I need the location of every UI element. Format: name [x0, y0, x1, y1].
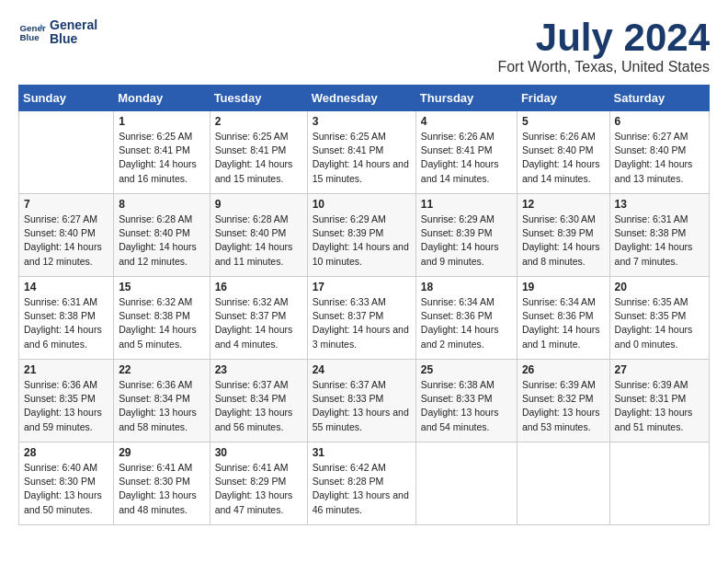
- cell-line: Daylight: 13 hours and 59 minutes.: [24, 407, 102, 431]
- cell-line: Sunrise: 6:28 AM: [119, 213, 192, 224]
- cell-line: Sunrise: 6:26 AM: [522, 131, 596, 142]
- cell-line: Sunset: 8:36 PM: [522, 310, 594, 321]
- day-header-tuesday: Tuesday: [210, 86, 307, 111]
- day-header-wednesday: Wednesday: [307, 86, 415, 111]
- cell-content: Sunrise: 6:25 AMSunset: 8:41 PMDaylight:…: [313, 130, 411, 186]
- cell-line: Sunset: 8:40 PM: [215, 227, 287, 238]
- cell-line: Sunrise: 6:29 AM: [421, 213, 495, 224]
- cell-line: Daylight: 13 hours and 53 minutes.: [522, 407, 600, 431]
- day-number: 5: [522, 115, 605, 128]
- cell-content: Sunrise: 6:36 AMSunset: 8:35 PMDaylight:…: [24, 378, 108, 434]
- cell-content: Sunrise: 6:36 AMSunset: 8:34 PMDaylight:…: [119, 378, 204, 434]
- cell-line: Sunset: 8:41 PM: [119, 144, 190, 155]
- cell-content: Sunrise: 6:29 AMSunset: 8:39 PMDaylight:…: [421, 213, 512, 269]
- logo-line2: Blue: [50, 32, 97, 46]
- calendar-cell: 10Sunrise: 6:29 AMSunset: 8:39 PMDayligh…: [307, 194, 415, 277]
- cell-line: Daylight: 13 hours and 51 minutes.: [615, 407, 693, 431]
- calendar-cell: 20Sunrise: 6:35 AMSunset: 8:35 PMDayligh…: [609, 277, 709, 360]
- cell-content: Sunrise: 6:31 AMSunset: 8:38 PMDaylight:…: [24, 295, 108, 351]
- cell-line: Sunrise: 6:42 AM: [313, 462, 386, 473]
- calendar-cell: 15Sunrise: 6:32 AMSunset: 8:38 PMDayligh…: [114, 277, 210, 360]
- calendar-cell: 18Sunrise: 6:34 AMSunset: 8:36 PMDayligh…: [415, 277, 517, 360]
- cell-line: Sunrise: 6:32 AM: [215, 296, 289, 307]
- cell-content: Sunrise: 6:25 AMSunset: 8:41 PMDaylight:…: [215, 130, 302, 186]
- cell-content: Sunrise: 6:30 AMSunset: 8:39 PMDaylight:…: [522, 213, 605, 269]
- day-number: 26: [522, 363, 605, 376]
- day-number: 19: [522, 281, 605, 293]
- calendar-cell: 1Sunrise: 6:25 AMSunset: 8:41 PMDaylight…: [114, 111, 210, 194]
- cell-content: Sunrise: 6:39 AMSunset: 8:32 PMDaylight:…: [522, 378, 605, 434]
- cell-line: Sunset: 8:30 PM: [24, 476, 96, 487]
- cell-line: Daylight: 13 hours and 48 minutes.: [119, 489, 197, 514]
- week-row-2: 7Sunrise: 6:27 AMSunset: 8:40 PMDaylight…: [19, 194, 710, 277]
- calendar-cell: 22Sunrise: 6:36 AMSunset: 8:34 PMDayligh…: [114, 360, 210, 442]
- cell-content: Sunrise: 6:32 AMSunset: 8:37 PMDaylight:…: [215, 295, 302, 351]
- day-number: 20: [615, 281, 704, 293]
- cell-content: Sunrise: 6:32 AMSunset: 8:38 PMDaylight:…: [119, 295, 204, 351]
- title-block: July 2024 Fort Worth, Texas, United Stat…: [497, 18, 710, 75]
- cell-line: Sunset: 8:33 PM: [313, 393, 384, 404]
- cell-content: Sunrise: 6:35 AMSunset: 8:35 PMDaylight:…: [615, 295, 704, 351]
- day-number: 31: [313, 446, 411, 459]
- day-number: 22: [119, 363, 204, 376]
- cell-line: Sunrise: 6:35 AM: [615, 296, 688, 307]
- cell-line: Daylight: 13 hours and 46 minutes.: [313, 489, 409, 514]
- calendar-cell: [517, 442, 609, 525]
- calendar-cell: 2Sunrise: 6:25 AMSunset: 8:41 PMDaylight…: [210, 111, 307, 194]
- cell-line: Sunset: 8:37 PM: [313, 310, 384, 321]
- cell-line: Sunset: 8:39 PM: [313, 227, 384, 238]
- day-number: 6: [615, 115, 704, 128]
- calendar-cell: 4Sunrise: 6:26 AMSunset: 8:41 PMDaylight…: [415, 111, 517, 194]
- cell-line: Sunset: 8:29 PM: [215, 476, 287, 487]
- cell-line: Sunrise: 6:25 AM: [119, 131, 192, 142]
- cell-line: Sunrise: 6:31 AM: [24, 296, 97, 307]
- cell-line: Sunrise: 6:38 AM: [421, 379, 495, 390]
- day-number: 30: [215, 446, 302, 459]
- cell-line: Sunset: 8:34 PM: [215, 393, 287, 404]
- cell-line: Daylight: 14 hours and 14 minutes.: [522, 158, 600, 183]
- calendar-cell: 16Sunrise: 6:32 AMSunset: 8:37 PMDayligh…: [210, 277, 307, 360]
- cell-line: Sunrise: 6:39 AM: [615, 379, 688, 390]
- cell-line: Sunrise: 6:36 AM: [24, 379, 97, 390]
- cell-line: Sunrise: 6:37 AM: [313, 379, 386, 390]
- day-number: 12: [522, 198, 605, 211]
- page-header: General Blue GeneralBlue July 2024 Fort …: [18, 18, 710, 75]
- cell-line: Sunrise: 6:41 AM: [215, 462, 289, 473]
- day-number: 16: [215, 281, 302, 293]
- cell-line: Sunrise: 6:41 AM: [119, 462, 192, 473]
- week-row-1: 1Sunrise: 6:25 AMSunset: 8:41 PMDaylight…: [19, 111, 710, 194]
- day-number: 21: [24, 363, 108, 376]
- cell-content: Sunrise: 6:37 AMSunset: 8:34 PMDaylight:…: [215, 378, 302, 434]
- cell-line: Sunset: 8:41 PM: [215, 144, 287, 155]
- cell-content: Sunrise: 6:34 AMSunset: 8:36 PMDaylight:…: [421, 295, 512, 351]
- calendar-cell: 26Sunrise: 6:39 AMSunset: 8:32 PMDayligh…: [517, 360, 609, 442]
- day-number: 29: [119, 446, 204, 459]
- day-number: 17: [313, 281, 411, 293]
- cell-line: Daylight: 14 hours and 5 minutes.: [119, 324, 197, 349]
- day-number: 23: [215, 363, 302, 376]
- cell-line: Daylight: 14 hours and 11 minutes.: [215, 241, 293, 266]
- cell-line: Sunrise: 6:29 AM: [313, 213, 386, 224]
- calendar-cell: 23Sunrise: 6:37 AMSunset: 8:34 PMDayligh…: [210, 360, 307, 442]
- day-number: 10: [313, 198, 411, 211]
- cell-line: Daylight: 14 hours and 15 minutes.: [215, 158, 293, 183]
- cell-line: Sunset: 8:34 PM: [119, 393, 190, 404]
- cell-content: Sunrise: 6:41 AMSunset: 8:30 PMDaylight:…: [119, 461, 204, 517]
- cell-line: Daylight: 14 hours and 7 minutes.: [615, 241, 693, 266]
- cell-line: Daylight: 14 hours and 10 minutes.: [313, 241, 409, 266]
- cell-line: Sunset: 8:40 PM: [119, 227, 190, 238]
- cell-line: Sunset: 8:36 PM: [421, 310, 493, 321]
- cell-content: Sunrise: 6:27 AMSunset: 8:40 PMDaylight:…: [24, 213, 108, 269]
- logo-icon: General Blue: [18, 18, 46, 46]
- day-number: 13: [615, 198, 704, 211]
- cell-content: Sunrise: 6:41 AMSunset: 8:29 PMDaylight:…: [215, 461, 302, 517]
- calendar-cell: 28Sunrise: 6:40 AMSunset: 8:30 PMDayligh…: [19, 442, 114, 525]
- calendar-cell: 19Sunrise: 6:34 AMSunset: 8:36 PMDayligh…: [517, 277, 609, 360]
- calendar-cell: 8Sunrise: 6:28 AMSunset: 8:40 PMDaylight…: [114, 194, 210, 277]
- day-number: 2: [215, 115, 302, 128]
- cell-content: Sunrise: 6:26 AMSunset: 8:40 PMDaylight:…: [522, 130, 605, 186]
- day-number: 4: [421, 115, 512, 128]
- cell-line: Sunrise: 6:27 AM: [615, 131, 688, 142]
- day-header-thursday: Thursday: [415, 86, 517, 111]
- cell-line: Daylight: 14 hours and 16 minutes.: [119, 158, 197, 183]
